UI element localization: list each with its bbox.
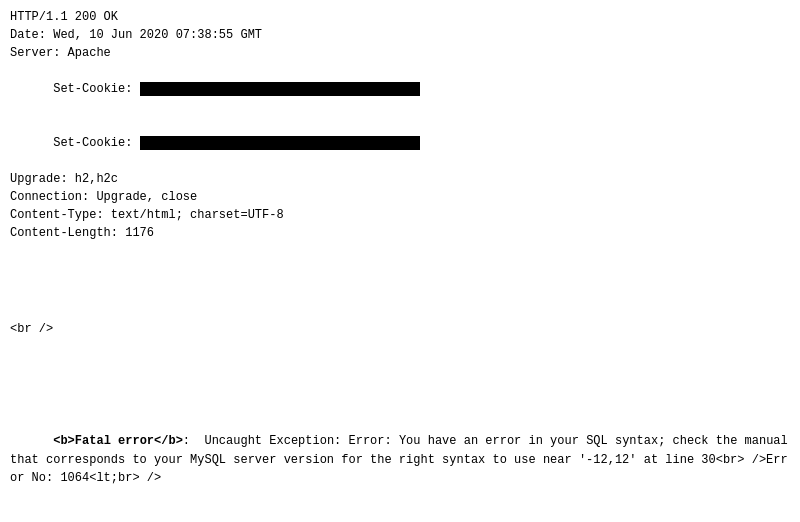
b-tag-close: </b> <box>154 434 183 448</box>
server-line: Server: Apache <box>10 44 790 62</box>
br-tag: <br /> <box>10 320 790 339</box>
fatal-error-line: <b>Fatal error</b>: Uncaught Exception: … <box>10 413 790 506</box>
cookie1-redacted <box>140 82 420 96</box>
date-line: Date: Wed, 10 Jun 2020 07:38:55 GMT <box>10 26 790 44</box>
set-cookie2-label: Set-Cookie: <box>53 136 139 150</box>
http-headers: HTTP/1.1 200 OK Date: Wed, 10 Jun 2020 0… <box>10 8 790 242</box>
set-cookie1-line: Set-Cookie: <box>10 62 790 116</box>
connection-line: Connection: Upgrade, close <box>10 188 790 206</box>
upgrade-line: Upgrade: h2,h2c <box>10 170 790 188</box>
body-content: <br /> <b>Fatal error</b>: Uncaught Exce… <box>10 246 790 522</box>
set-cookie1-label: Set-Cookie: <box>53 82 139 96</box>
set-cookie2-line: Set-Cookie: <box>10 116 790 170</box>
b-tag-open: <b> <box>53 434 75 448</box>
content-type-line: Content-Type: text/html; charset=UTF-8 <box>10 206 790 224</box>
page-container: HTTP/1.1 200 OK Date: Wed, 10 Jun 2020 0… <box>0 0 800 522</box>
status-line: HTTP/1.1 200 OK <box>10 8 790 26</box>
cookie2-redacted <box>140 136 420 150</box>
fatal-error-label: Fatal error <box>75 434 154 448</box>
content-length-line: Content-Length: 1176 <box>10 224 790 242</box>
